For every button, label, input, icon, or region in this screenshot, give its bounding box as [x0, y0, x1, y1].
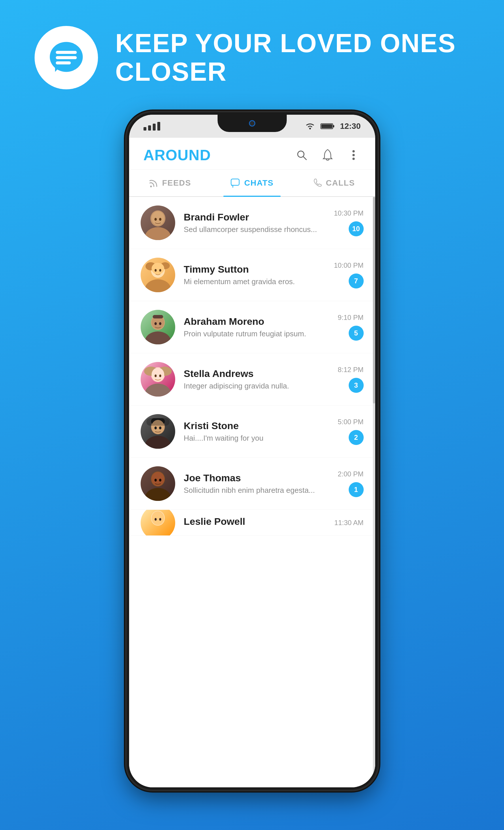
- avatar: [140, 414, 175, 449]
- chat-name: Leslie Powell: [184, 516, 326, 527]
- chat-name: Kristi Stone: [184, 420, 329, 432]
- tab-chats[interactable]: CHATS: [211, 170, 293, 196]
- unread-badge: 5: [349, 326, 364, 341]
- avatar: [140, 362, 175, 396]
- chat-item[interactable]: Stella Andrews Integer adipiscing gravid…: [129, 353, 375, 406]
- chat-content: Abraham Moreno Proin vulputate rutrum fe…: [184, 316, 329, 338]
- chat-preview: Proin vulputate rutrum feugiat ipsum.: [184, 329, 329, 338]
- svg-point-28: [145, 331, 171, 344]
- banner: KEEP YOUR LOVED ONES CLOSER: [0, 0, 504, 107]
- phone-screen: 12:30 AROUND: [129, 115, 375, 787]
- chat-content: Joe Thomas Sollicitudin nibh enim pharet…: [184, 472, 329, 495]
- chat-item[interactable]: Leslie Powell 11:30 AM: [129, 510, 375, 536]
- svg-point-12: [352, 154, 355, 156]
- chat-meta: 10:30 PM 10: [334, 209, 364, 236]
- svg-point-41: [145, 436, 171, 449]
- svg-point-13: [352, 158, 355, 160]
- chat-item[interactable]: Brandi Fowler Sed ullamcorper suspendiss…: [129, 197, 375, 249]
- notch: [218, 115, 287, 132]
- battery-icon: [320, 123, 335, 130]
- svg-rect-7: [333, 125, 334, 127]
- app-title: AROUND: [144, 147, 211, 164]
- notification-button[interactable]: [320, 148, 335, 162]
- status-time: 12:30: [340, 122, 361, 131]
- avatar: [140, 310, 175, 344]
- svg-point-17: [145, 227, 171, 240]
- chat-preview: Sollicitudin nibh enim pharetra egesta..…: [184, 486, 329, 495]
- unread-badge: 7: [349, 274, 364, 288]
- chat-content: Brandi Fowler Sed ullamcorper suspendiss…: [184, 212, 325, 234]
- tab-bar: FEEDS CHATS CALLS: [129, 170, 375, 197]
- svg-point-50: [152, 472, 164, 486]
- chat-item[interactable]: Joe Thomas Sollicitudin nibh enim pharet…: [129, 458, 375, 510]
- svg-point-20: [159, 218, 161, 221]
- signal-bar-4: [157, 122, 160, 131]
- chat-item[interactable]: Timmy Sutton Mi elementum amet gravida e…: [129, 249, 375, 301]
- svg-point-27: [159, 269, 161, 272]
- svg-point-51: [154, 479, 157, 482]
- svg-rect-8: [321, 124, 332, 128]
- svg-point-55: [154, 518, 156, 520]
- svg-point-46: [159, 426, 161, 429]
- chat-time: 8:12 PM: [338, 366, 364, 374]
- more-options-button[interactable]: [346, 148, 361, 162]
- header-icons: [294, 148, 361, 162]
- chat-time: 10:30 PM: [334, 209, 364, 217]
- svg-point-32: [159, 322, 161, 325]
- feeds-icon: [149, 179, 158, 188]
- tab-calls[interactable]: CALLS: [293, 170, 375, 196]
- svg-point-5: [309, 128, 311, 129]
- svg-point-18: [152, 211, 164, 225]
- camera-icon: [249, 120, 255, 127]
- feeds-tab-label: FEEDS: [162, 179, 191, 188]
- svg-point-54: [152, 511, 164, 525]
- svg-point-14: [150, 186, 152, 187]
- svg-point-39: [154, 375, 156, 377]
- chat-preview: Sed ullamcorper suspendisse rhoncus...: [184, 225, 325, 234]
- avatar: [140, 205, 175, 240]
- chat-preview: Integer adipiscing gravida nulla.: [184, 382, 329, 390]
- wifi-icon: [305, 122, 315, 130]
- status-right: 12:30: [305, 122, 361, 131]
- svg-point-52: [159, 479, 161, 482]
- unread-badge: 1: [349, 482, 364, 497]
- chats-tab-label: CHATS: [244, 179, 274, 188]
- signal-bar-2: [148, 125, 151, 131]
- svg-point-11: [352, 150, 355, 153]
- svg-rect-33: [153, 315, 163, 318]
- chat-item[interactable]: Kristi Stone Hai....I'm waiting for you …: [129, 406, 375, 458]
- scrollbar[interactable]: [373, 197, 375, 787]
- avatar: [140, 510, 175, 536]
- svg-rect-47: [147, 418, 169, 426]
- calls-icon: [313, 179, 322, 188]
- svg-point-21: [145, 279, 171, 292]
- svg-line-10: [303, 157, 306, 160]
- chat-meta: 5:00 PM 2: [338, 418, 364, 445]
- phone-container: 12:30 AROUND: [0, 107, 504, 830]
- svg-rect-2: [56, 56, 77, 59]
- svg-point-40: [159, 375, 161, 377]
- chat-time: 10:00 PM: [334, 261, 364, 269]
- chat-content: Kristi Stone Hai....I'm waiting for you: [184, 420, 329, 443]
- chat-time: 9:10 PM: [338, 314, 364, 322]
- svg-rect-3: [56, 61, 71, 64]
- chat-item[interactable]: Abraham Moreno Proin vulputate rutrum fe…: [129, 301, 375, 353]
- chat-time: 11:30 AM: [334, 519, 364, 527]
- chat-content: Timmy Sutton Mi elementum amet gravida e…: [184, 264, 325, 286]
- chat-meta: 9:10 PM 5: [338, 314, 364, 341]
- unread-badge: 3: [349, 378, 364, 393]
- chat-meta: 11:30 AM: [334, 519, 364, 527]
- signal-bar-3: [153, 124, 156, 131]
- avatar: [140, 466, 175, 501]
- chat-preview: Mi elementum amet gravida eros.: [184, 277, 325, 286]
- svg-point-25: [152, 263, 164, 274]
- status-bar: 12:30: [129, 115, 375, 138]
- chat-list: Brandi Fowler Sed ullamcorper suspendiss…: [129, 197, 375, 787]
- svg-point-56: [159, 518, 161, 520]
- calls-tab-label: CALLS: [326, 179, 355, 188]
- svg-rect-15: [231, 179, 239, 185]
- search-button[interactable]: [294, 148, 309, 162]
- tab-feeds[interactable]: FEEDS: [129, 170, 211, 196]
- unread-badge: 10: [349, 221, 364, 236]
- svg-point-34: [145, 384, 171, 396]
